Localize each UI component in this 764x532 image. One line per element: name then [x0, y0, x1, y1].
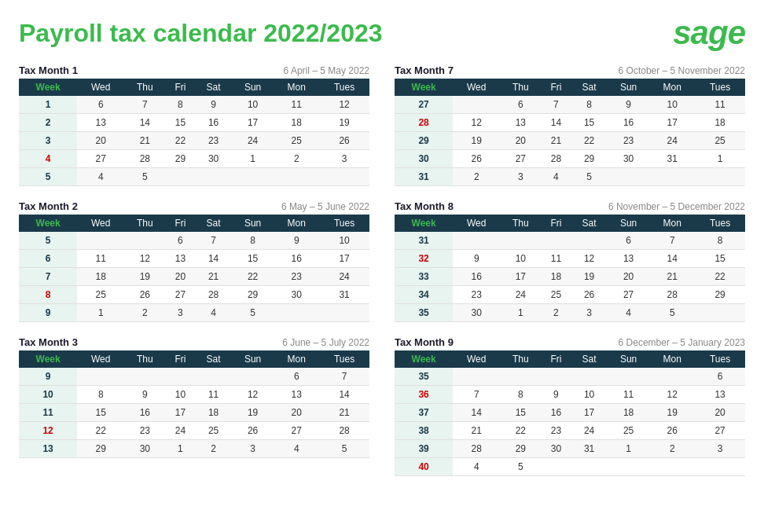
calendar-month7: Tax Month 76 October – 5 November 2022We… — [395, 64, 745, 186]
day-cell — [571, 458, 607, 476]
week-number: 3 — [19, 132, 77, 150]
day-cell: 6 — [77, 96, 124, 114]
day-cell: 7 — [195, 232, 231, 250]
col-fri: Fri — [541, 350, 571, 368]
day-cell: 30 — [195, 150, 231, 168]
day-cell — [695, 168, 745, 186]
day-cell: 26 — [232, 422, 274, 440]
day-cell: 26 — [124, 286, 165, 304]
day-cell: 21 — [319, 404, 369, 422]
week-number: 36 — [395, 386, 453, 404]
day-cell — [608, 168, 650, 186]
day-cell: 26 — [571, 286, 607, 304]
day-cell — [453, 232, 500, 250]
day-cell: 13 — [608, 250, 650, 268]
day-cell: 1 — [608, 440, 650, 458]
day-cell: 27 — [500, 150, 541, 168]
day-cell: 4 — [541, 168, 571, 186]
day-cell: 19 — [319, 114, 369, 132]
day-cell — [274, 304, 319, 322]
day-cell: 22 — [571, 132, 607, 150]
day-cell — [195, 368, 231, 386]
calendar-month3: Tax Month 36 June – 5 July 2022WeekWedTh… — [19, 336, 369, 476]
day-cell: 2 — [541, 304, 571, 322]
col-wed: Wed — [453, 79, 500, 96]
day-cell: 23 — [608, 132, 650, 150]
day-cell — [695, 304, 745, 322]
col-mon: Mon — [274, 350, 319, 368]
day-cell: 27 — [695, 422, 745, 440]
day-cell — [319, 304, 369, 322]
week-number: 11 — [19, 404, 77, 422]
day-cell: 15 — [571, 114, 607, 132]
day-cell — [453, 96, 500, 114]
calendar-month1: Tax Month 16 April – 5 May 2022WeekWedTh… — [19, 64, 369, 186]
day-cell: 29 — [232, 286, 274, 304]
day-cell: 6 — [500, 96, 541, 114]
day-cell — [165, 368, 195, 386]
day-cell: 6 — [165, 232, 195, 250]
col-tues: Tues — [319, 215, 369, 232]
week-number: 39 — [395, 440, 453, 458]
table-row: 16789101112 — [19, 96, 369, 114]
table-row: 3714151617181920 — [395, 404, 745, 422]
week-number: 30 — [395, 150, 453, 168]
day-cell: 13 — [274, 386, 319, 404]
day-cell: 25 — [195, 422, 231, 440]
day-cell: 13 — [500, 114, 541, 132]
day-cell: 23 — [124, 422, 165, 440]
day-cell: 24 — [500, 286, 541, 304]
day-cell — [541, 458, 571, 476]
table-row: 356 — [395, 368, 745, 386]
day-cell: 8 — [77, 386, 124, 404]
day-cell: 27 — [165, 286, 195, 304]
day-cell: 11 — [195, 386, 231, 404]
table-row: 2767891011 — [395, 96, 745, 114]
day-cell: 11 — [541, 250, 571, 268]
day-cell: 14 — [541, 114, 571, 132]
day-cell: 30 — [124, 440, 165, 458]
col-mon: Mon — [274, 215, 319, 232]
day-cell: 11 — [274, 96, 319, 114]
day-cell: 14 — [319, 386, 369, 404]
day-cell: 16 — [608, 114, 650, 132]
day-cell: 29 — [165, 150, 195, 168]
day-cell: 18 — [608, 404, 650, 422]
day-cell: 8 — [232, 232, 274, 250]
col-tues: Tues — [695, 350, 745, 368]
col-week: Week — [395, 350, 453, 368]
cal-month-title-month1: Tax Month 1 — [19, 64, 78, 76]
day-cell: 12 — [232, 386, 274, 404]
day-cell — [124, 368, 165, 386]
table-row: 2919202122232425 — [395, 132, 745, 150]
day-cell: 2 — [453, 168, 500, 186]
day-cell: 24 — [319, 268, 369, 286]
day-cell: 20 — [77, 132, 124, 150]
day-cell: 26 — [453, 150, 500, 168]
day-cell: 24 — [649, 132, 695, 150]
day-cell: 19 — [232, 404, 274, 422]
day-cell: 5 — [649, 304, 695, 322]
day-cell: 22 — [695, 268, 745, 286]
calendar-month9: Tax Month 96 December – 5 January 2023We… — [395, 336, 745, 476]
cal-month-title-month7: Tax Month 7 — [395, 64, 454, 76]
day-cell: 27 — [274, 422, 319, 440]
day-cell: 1 — [165, 440, 195, 458]
day-cell: 19 — [453, 132, 500, 150]
day-cell: 10 — [232, 96, 274, 114]
col-wed: Wed — [453, 215, 500, 232]
day-cell: 6 — [695, 368, 745, 386]
day-cell: 12 — [124, 250, 165, 268]
day-cell: 9 — [608, 96, 650, 114]
day-cell: 16 — [541, 404, 571, 422]
table-row: 3678910111213 — [395, 386, 745, 404]
day-cell: 14 — [195, 250, 231, 268]
table-row: 3928293031123 — [395, 440, 745, 458]
table-row: 329101112131415 — [395, 250, 745, 268]
week-number: 12 — [19, 422, 77, 440]
col-sat: Sat — [571, 79, 607, 96]
col-thu: Thu — [124, 215, 165, 232]
col-sun: Sun — [608, 350, 650, 368]
col-thu: Thu — [124, 350, 165, 368]
day-cell — [649, 458, 695, 476]
